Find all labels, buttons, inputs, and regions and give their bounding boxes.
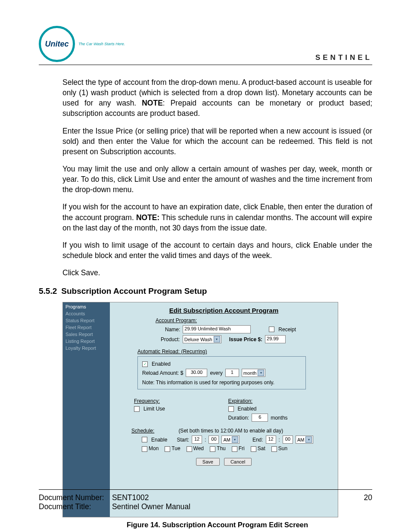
logo: Unitec <box>39 26 75 62</box>
day-mon-checkbox[interactable] <box>142 446 147 452</box>
cancel-button[interactable]: Cancel <box>224 458 252 466</box>
page-number: 20 <box>364 493 372 502</box>
day-thu: Thu <box>217 445 226 451</box>
frequency-label: Frequency: <box>134 398 215 404</box>
sidebar-item-programs[interactable]: Programs <box>65 303 110 310</box>
body-text: Select the type of account from the drop… <box>62 77 372 278</box>
start-min-input[interactable]: 00 <box>209 436 219 444</box>
day-sun: Sun <box>278 445 287 451</box>
day-wed-checkbox[interactable] <box>187 446 192 452</box>
save-button[interactable]: Save <box>196 458 220 466</box>
end-min-input[interactable]: 00 <box>283 436 293 444</box>
day-sun-checkbox[interactable] <box>271 446 277 452</box>
p6: Click Save. <box>62 268 372 278</box>
panel-title: Edit Subscription Account Program <box>117 307 331 314</box>
reload-note: Note: This information is used for repor… <box>142 380 301 386</box>
start-label: Start: <box>177 437 189 443</box>
schedule-enable-checkbox[interactable] <box>142 437 147 442</box>
expiration-enabled-label: Enabled <box>238 406 257 412</box>
issue-price-label: Issue Price $: <box>229 336 262 342</box>
reload-amount-input[interactable]: 30.00 <box>186 369 207 377</box>
end-hour-input[interactable]: 12 <box>266 436 276 444</box>
schedule-enable-label: Enable <box>151 437 167 443</box>
every-input[interactable]: 1 <box>225 369 239 377</box>
product-label: Product: <box>161 336 180 342</box>
day-tue: Tue <box>171 445 180 451</box>
section-title: Subscription Account Program Setup <box>61 286 207 296</box>
logo-tagline: The Car Wash Starts Here. <box>78 42 125 46</box>
name-input[interactable]: 29.99 Unlimited Wash <box>183 325 251 333</box>
limit-use-checkbox[interactable] <box>134 406 140 412</box>
day-wed: Wed <box>193 445 204 451</box>
end-ampm-select[interactable]: AM▾ <box>296 436 314 444</box>
reload-enabled-label: Enabled <box>152 361 171 367</box>
duration-unit: months <box>271 415 287 421</box>
reload-header: Automatic Reload: (Recurring) <box>137 348 331 355</box>
end-label: End: <box>252 437 263 443</box>
section-heading: 5.5.2 Subscription Account Program Setup <box>39 286 372 296</box>
issue-price-input[interactable]: 29.99 <box>265 335 286 343</box>
page-header: Unitec The Car Wash Starts Here. SENTINE… <box>39 26 372 65</box>
p3: You may limit the use and only allow a c… <box>62 164 372 195</box>
screenshot-figure: Programs Accounts Status Report Fleet Re… <box>62 302 338 517</box>
p5: If you wish to limit usage of the accoun… <box>62 240 372 261</box>
duration-input[interactable]: 6 <box>252 414 268 422</box>
day-sat: Sat <box>258 445 265 451</box>
app-sidebar: Programs Accounts Status Report Fleet Re… <box>63 302 110 517</box>
sidebar-item-listing-report[interactable]: Listing Report <box>65 338 110 345</box>
account-program-label: Account Program: <box>156 317 331 324</box>
name-label: Name: <box>165 327 180 333</box>
brand-title: SENTINEL <box>315 53 372 62</box>
start-ampm-select[interactable]: AM▾ <box>221 436 240 444</box>
day-thu-checkbox[interactable] <box>210 446 215 452</box>
docnum-label: Document Number: <box>39 493 110 502</box>
reload-enabled-checkbox[interactable] <box>142 361 148 367</box>
docnum-value: SENT1002 <box>112 493 149 502</box>
receipt-checkbox[interactable] <box>269 327 274 332</box>
day-tue-checkbox[interactable] <box>165 446 170 452</box>
chevron-down-icon: ▾ <box>258 370 264 376</box>
doctitle-value: Sentinel Owner Manual <box>112 502 190 511</box>
day-fri: Fri <box>239 445 245 451</box>
p4-note: NOTE: <box>136 213 159 222</box>
sidebar-item-fleet-report[interactable]: Fleet Report <box>65 324 110 331</box>
period-select[interactable]: month ▾ <box>242 369 266 377</box>
day-sat-checkbox[interactable] <box>251 446 256 452</box>
page-footer: Document Number: SENT1002 20 Document Ti… <box>39 489 372 511</box>
sidebar-item-loyalty-report[interactable]: Loyalty Report <box>65 345 110 352</box>
p1-note: NOTE <box>142 99 163 107</box>
period-value: month <box>243 370 257 376</box>
expiration-enabled-checkbox[interactable] <box>228 406 234 412</box>
every-label: every <box>210 370 222 376</box>
doctitle-label: Document Title: <box>39 502 110 511</box>
sidebar-item-sales-report[interactable]: Sales Report <box>65 331 110 338</box>
p2: Enter the Issue Price (or selling price)… <box>62 126 372 157</box>
chevron-down-icon: ▾ <box>214 336 220 342</box>
edit-panel: Edit Subscription Account Program Accoun… <box>110 302 338 517</box>
reload-group: Enabled Reload Amount: $ 30.00 every 1 m… <box>137 356 306 389</box>
product-select[interactable]: Deluxe Wash ▾ <box>183 335 221 343</box>
start-hour-input[interactable]: 12 <box>192 436 202 444</box>
figure-caption: Figure 14. Subscription Account Program … <box>62 521 372 529</box>
schedule-hint: (Set both times to 12:00 AM to enable al… <box>178 428 283 434</box>
day-fri-checkbox[interactable] <box>232 446 237 452</box>
day-mon: Mon <box>149 445 159 451</box>
reload-amount-label: Reload Amount: $ <box>142 370 183 376</box>
chevron-down-icon: ▾ <box>232 436 238 443</box>
start-ampm-value: AM <box>223 437 230 442</box>
product-value: Deluxe Wash <box>184 337 212 342</box>
sidebar-item-status-report[interactable]: Status Report <box>65 317 110 324</box>
end-ampm-value: AM <box>297 437 305 442</box>
schedule-label: Schedule: <box>131 428 154 434</box>
chevron-down-icon: ▾ <box>305 436 312 443</box>
sidebar-item-accounts[interactable]: Accounts <box>65 310 110 317</box>
expiration-label: Expiration: <box>228 398 310 404</box>
duration-label: Duration: <box>228 415 249 421</box>
receipt-label: Receipt <box>278 327 296 333</box>
limit-use-label: Limit Use <box>143 406 165 412</box>
section-number: 5.5.2 <box>39 286 57 296</box>
